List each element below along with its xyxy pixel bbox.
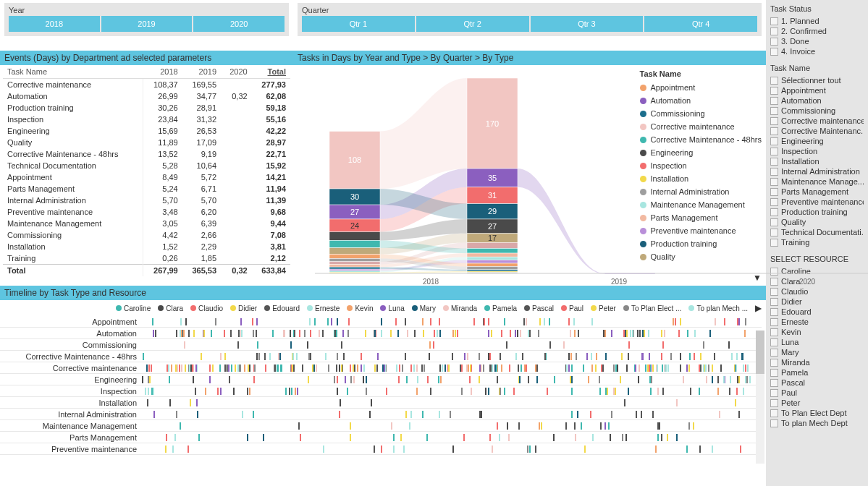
resource-item[interactable]: Miranda <box>770 357 864 367</box>
timeline-legend-item[interactable]: Didier <box>230 304 257 312</box>
quarter-btn-qtr4[interactable]: Qtr 4 <box>644 16 757 32</box>
table-row[interactable]: Training0,261,852,12 <box>3 252 290 265</box>
timeline-track <box>141 398 762 408</box>
table-header[interactable]: Total <box>252 65 290 79</box>
task-status-item[interactable]: 4. Invoice <box>770 46 864 56</box>
legend-item[interactable]: Parts Management <box>640 211 762 224</box>
timeline-legend-item[interactable]: Kevin <box>347 304 373 312</box>
legend-item[interactable]: Installation <box>640 172 762 185</box>
timeline-legend-item[interactable]: Erneste <box>307 304 340 312</box>
table-header[interactable]: 2020 <box>221 65 252 79</box>
svg-text:24: 24 <box>350 221 359 230</box>
sankey-chart[interactable]: 1083027241703531292717 Task Name Appoint… <box>293 65 766 286</box>
legend-item[interactable]: Production training <box>640 237 762 250</box>
table-row[interactable]: Technical Documentation5,2810,6415,92 <box>3 160 290 171</box>
timeline-row[interactable]: Inspection <box>0 385 762 397</box>
timeline-track <box>141 317 762 327</box>
timeline-chart[interactable]: AppointmentAutomationCommissioningCorrec… <box>0 316 766 466</box>
timeline-legend-item[interactable]: Edouard <box>264 304 300 312</box>
timeline-legend-item[interactable]: Mary <box>412 304 436 312</box>
timeline-row[interactable]: Installation <box>0 397 762 409</box>
table-row[interactable]: Installation1,522,293,81 <box>3 241 290 252</box>
table-row[interactable]: Production training30,2628,9159,18 <box>3 102 290 114</box>
timeline-legend-item[interactable]: Caroline <box>116 304 151 312</box>
table-row[interactable]: Maintenance Management3,056,399,44 <box>3 218 290 229</box>
timeline-legend-item[interactable]: To Plan Elect ... <box>623 304 681 312</box>
table-header[interactable]: 2018 <box>143 65 182 79</box>
legend-item[interactable]: Internal Administration <box>640 185 762 198</box>
task-status-item[interactable]: 1. Planned <box>770 16 864 26</box>
timeline-legend-item[interactable]: Clara <box>158 304 183 312</box>
resource-item[interactable]: To plan Mech Dept <box>770 418 864 428</box>
timeline-row[interactable]: Commissioning <box>0 339 762 351</box>
timeline-scrollbar[interactable] <box>756 331 764 464</box>
resource-item[interactable]: Mary <box>770 347 864 357</box>
resource-item[interactable]: Pamela <box>770 367 864 378</box>
timeline-row[interactable]: Corrective Maintenance - 48hrs <box>0 351 762 362</box>
legend-item[interactable]: Corrective maintenance <box>640 120 762 133</box>
legend-item[interactable]: Commissioning <box>640 107 762 120</box>
task-status-item[interactable]: 3. Done <box>770 36 864 46</box>
timeline-row[interactable]: Corrective maintenance <box>0 362 762 374</box>
resource-item[interactable]: Didier <box>770 297 864 307</box>
table-row[interactable]: Appointment8,495,7214,21 <box>3 171 290 183</box>
task-status-item[interactable]: 2. Confirmed <box>770 26 864 36</box>
timeline-row[interactable]: Maintenance Management <box>0 420 762 432</box>
table-row[interactable]: Internal Administration5,705,7011,39 <box>3 195 290 206</box>
legend-item[interactable]: Corrective Maintenance - 48hrs <box>640 133 762 146</box>
resource-item[interactable]: To Plan Elect Dept <box>770 408 864 418</box>
timeline-row[interactable]: Preventive maintenance <box>0 443 762 455</box>
legend-item[interactable]: Preventive maintenance <box>640 224 762 237</box>
svg-rect-36 <box>467 263 518 266</box>
table-row[interactable]: Preventive maintenance3,486,209,68 <box>3 206 290 218</box>
chevron-down-icon[interactable]: ▼ <box>753 273 762 283</box>
table-header[interactable]: Task Name <box>3 65 143 79</box>
resource-item[interactable]: Pascal <box>770 378 864 388</box>
table-row[interactable]: Quality11,8917,0928,97 <box>3 137 290 148</box>
timeline-legend-item[interactable]: Pamela <box>484 304 517 312</box>
timeline-legend-item[interactable]: Peter <box>591 304 616 312</box>
timeline-row[interactable]: Automation <box>0 328 762 339</box>
legend-item[interactable]: Engineering <box>640 146 762 159</box>
timeline-row-label: Installation <box>0 398 141 407</box>
table-row[interactable]: Commissioning4,422,667,08 <box>3 229 290 241</box>
quarter-btn-qtr2[interactable]: Qtr 2 <box>416 16 529 32</box>
table-row[interactable]: Engineering15,6926,5342,22 <box>3 125 290 137</box>
table-row[interactable]: Corrective maintenance108,37169,55277,93 <box>3 79 290 91</box>
quarter-btn-qtr1[interactable]: Qtr 1 <box>302 16 415 32</box>
resource-item[interactable]: Erneste <box>770 317 864 327</box>
legend-item[interactable]: Appointment <box>640 81 762 94</box>
legend-item[interactable]: Quality <box>640 250 762 263</box>
timeline-row[interactable]: Appointment <box>0 316 762 328</box>
resource-item[interactable]: Luna <box>770 337 864 347</box>
table-header[interactable]: 2019 <box>182 65 221 79</box>
legend-item[interactable]: Automation <box>640 94 762 107</box>
legend-item[interactable]: Inspection <box>640 159 762 172</box>
resource-item[interactable]: Paul <box>770 388 864 398</box>
resource-item[interactable]: Kevin <box>770 327 864 337</box>
timeline-legend-item[interactable]: Paul <box>561 304 583 312</box>
legend-item[interactable]: Maintenance Management <box>640 198 762 211</box>
timeline-legend-item[interactable]: Pascal <box>524 304 554 312</box>
legend-next-icon[interactable]: ▶ <box>755 303 762 313</box>
timeline-legend-item[interactable]: To plan Mech ... <box>688 304 748 312</box>
year-btn-2018[interactable]: 2018 <box>9 16 100 32</box>
table-row[interactable]: Automation26,9934,770,3262,08 <box>3 90 290 102</box>
table-row[interactable]: Inspection23,8431,3255,16 <box>3 114 290 125</box>
timeline-row[interactable]: Engineering <box>0 374 762 385</box>
quarter-btn-qtr3[interactable]: Qtr 3 <box>531 16 644 32</box>
legend-dot-icon <box>524 305 530 311</box>
year-btn-2020[interactable]: 2020 <box>193 16 285 32</box>
timeline-row[interactable]: Parts Management <box>0 432 762 443</box>
table-row[interactable]: Corrective Maintenance - 48hrs13,529,192… <box>3 148 290 160</box>
timeline-track <box>141 386 762 396</box>
timeline-row[interactable]: Internal Administration <box>0 409 762 420</box>
legend-dot-icon <box>591 305 597 311</box>
resource-item[interactable]: Peter <box>770 398 864 408</box>
year-btn-2019[interactable]: 2019 <box>101 16 193 32</box>
resource-item[interactable]: Edouard <box>770 307 864 317</box>
timeline-legend-item[interactable]: Miranda <box>443 304 477 312</box>
timeline-legend-item[interactable]: Claudio <box>190 304 223 312</box>
table-row[interactable]: Parts Management5,246,7111,94 <box>3 183 290 195</box>
timeline-legend-item[interactable]: Luna <box>380 304 404 312</box>
